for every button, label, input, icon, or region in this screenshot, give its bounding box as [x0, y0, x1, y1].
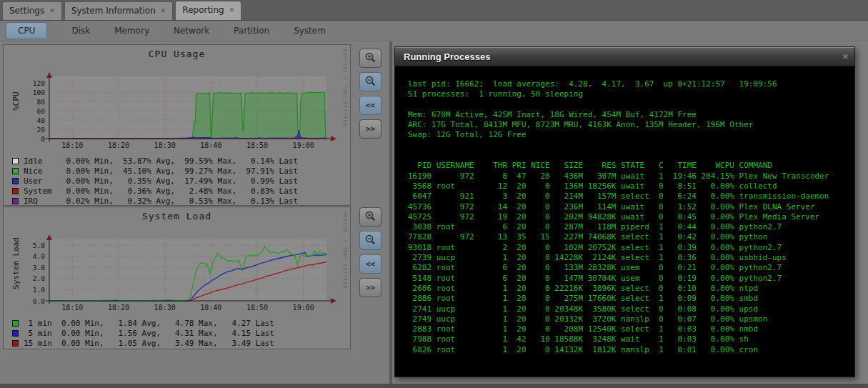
svg-text:19:00: 19:00	[293, 304, 314, 312]
tab-settings[interactable]: Settings✕	[2, 1, 62, 20]
svg-text:18:20: 18:20	[108, 304, 129, 312]
legend-text: 15 min 0.00 Min, 1.05 Avg, 3.49 Max, 3.4…	[24, 339, 274, 348]
tab-bar: Settings✕System Information✕Reporting✕	[0, 0, 868, 21]
magnifier-minus-icon	[364, 75, 376, 89]
screen: Settings✕System Information✕Reporting✕ C…	[0, 0, 868, 388]
cpu-chart: 02040608010012018:1018:2018:3018:4018:50…	[4, 61, 350, 154]
svg-text:40: 40	[37, 116, 46, 124]
subtab-disk[interactable]: Disk	[71, 26, 90, 36]
zoom-in-button[interactable]	[359, 207, 381, 227]
svg-text:2.0: 2.0	[33, 274, 45, 282]
tab-label: System Information	[71, 6, 156, 16]
legend-text: 1 min 0.00 Min, 1.84 Avg, 4.78 Max, 4.27…	[24, 319, 274, 328]
legend-row: System 0.00% Min, 0.36% Avg, 2.48% Max, …	[12, 186, 350, 196]
load-legend: 1 min 0.00 Min, 1.84 Avg, 4.78 Max, 4.27…	[4, 316, 350, 348]
pan-right-button[interactable]: >>	[359, 278, 381, 297]
svg-text:100: 100	[33, 89, 45, 96]
bottom-edge	[0, 384, 868, 388]
tab-system-information[interactable]: System Information✕	[64, 1, 174, 20]
svg-text:18:10: 18:10	[61, 141, 83, 149]
svg-text:1.0: 1.0	[33, 286, 45, 294]
svg-text:19:00: 19:00	[293, 141, 314, 149]
svg-text:4.0: 4.0	[33, 252, 45, 260]
window-close-icon[interactable]: ✕	[842, 52, 849, 61]
tab-close-icon[interactable]: ✕	[161, 8, 166, 14]
legend-swatch	[12, 178, 19, 184]
svg-text:18:10: 18:10	[61, 304, 83, 312]
cpu-usage-panel: CPU UsageRRDTOOL / TOBI OETIKER%CPU02040…	[3, 44, 351, 206]
pan-right-button[interactable]: >>	[359, 119, 381, 139]
subtab-partition[interactable]: Partition	[234, 26, 269, 36]
legend-row: IRQ 0.02% Min, 0.32% Avg, 0.53% Max, 0.1…	[12, 196, 350, 206]
subtab-memory[interactable]: Memory	[114, 26, 149, 36]
svg-text:18:20: 18:20	[108, 141, 129, 149]
legend-text: Idle 0.00% Min, 53.87% Avg, 99.59% Max, …	[24, 156, 298, 166]
window-titlebar[interactable]: Running Processes ✕	[395, 47, 854, 66]
tab-label: Settings	[9, 6, 44, 16]
terminal-output: last pid: 16662; load averages: 4.28, 4.…	[395, 66, 854, 355]
tab-close-icon[interactable]: ✕	[229, 7, 235, 14]
scrollbar[interactable]	[389, 41, 392, 384]
svg-text:3.0: 3.0	[33, 264, 45, 272]
magnifier-minus-icon	[364, 234, 376, 248]
svg-text:18:50: 18:50	[246, 141, 268, 149]
svg-text:20: 20	[37, 126, 46, 134]
legend-swatch	[12, 330, 19, 337]
legend-row: 15 min 0.00 Min, 1.05 Avg, 3.49 Max, 3.4…	[12, 338, 350, 348]
magnifier-plus-icon	[364, 210, 376, 224]
legend-swatch	[12, 320, 19, 327]
load-chart-tools: <<>>	[359, 207, 381, 297]
legend-text: 5 min 0.00 Min, 1.56 Avg, 4.31 Max, 4.15…	[24, 329, 274, 338]
chart-title: CPU Usage	[4, 45, 350, 59]
chart-title: System Load	[4, 207, 350, 222]
svg-text:120: 120	[33, 79, 45, 87]
pan-left-button[interactable]: <<	[359, 254, 381, 274]
svg-text:18:40: 18:40	[200, 141, 221, 149]
load-chart: 0.01.02.03.04.05.018:1018:2018:3018:4018…	[4, 223, 350, 316]
legend-row: Idle 0.00% Min, 53.87% Avg, 99.59% Max, …	[12, 156, 350, 166]
y-axis-label: %CPU	[11, 69, 21, 134]
magnifier-plus-icon	[364, 51, 376, 66]
tab-close-icon[interactable]: ✕	[49, 8, 55, 14]
legend-row: Nice 0.00% Min, 45.10% Avg, 99.27% Max, …	[12, 166, 350, 176]
legend-swatch	[12, 168, 19, 174]
subtab-system[interactable]: System	[294, 26, 326, 36]
cpu-legend: Idle 0.00% Min, 53.87% Avg, 99.59% Max, …	[4, 154, 350, 206]
legend-swatch	[12, 198, 19, 204]
y-axis-label: System Load	[11, 232, 21, 296]
svg-text:18:30: 18:30	[154, 141, 176, 149]
tab-label: Reporting	[182, 5, 224, 15]
rrdtool-watermark: RRDTOOL / TOBI OETIKER	[342, 49, 348, 126]
legend-text: IRQ 0.02% Min, 0.32% Avg, 0.53% Max, 0.1…	[24, 197, 298, 206]
rrdtool-watermark: RRDTOOL / TOBI OETIKER	[342, 212, 348, 289]
running-processes-window: Running Processes ✕ last pid: 16662; loa…	[394, 46, 855, 377]
window-title: Running Processes	[404, 51, 842, 62]
legend-swatch	[12, 340, 19, 347]
legend-swatch	[12, 188, 19, 194]
zoom-out-button[interactable]	[359, 231, 381, 250]
legend-swatch	[12, 158, 19, 164]
legend-row: 1 min 0.00 Min, 1.84 Avg, 4.78 Max, 4.27…	[12, 318, 350, 328]
svg-text:60: 60	[37, 107, 46, 115]
legend-row: 5 min 0.00 Min, 1.56 Avg, 4.31 Max, 4.15…	[12, 328, 350, 338]
zoom-out-button[interactable]	[359, 72, 381, 91]
tab-reporting[interactable]: Reporting✕	[175, 1, 241, 20]
cpu-chart-tools: <<>>	[359, 49, 381, 139]
svg-text:0: 0	[41, 135, 45, 143]
subtab-cpu[interactable]: CPU	[6, 22, 47, 39]
subtab-bar: CPUDiskMemoryNetworkPartitionSystem	[0, 21, 868, 41]
svg-text:18:40: 18:40	[200, 304, 221, 312]
zoom-in-button[interactable]	[359, 49, 381, 68]
svg-text:18:30: 18:30	[154, 304, 176, 312]
legend-row: User 0.00% Min, 0.35% Avg, 17.49% Max, 0…	[12, 176, 350, 186]
legend-text: Nice 0.00% Min, 45.10% Avg, 99.27% Max, …	[24, 166, 298, 176]
svg-text:80: 80	[37, 98, 46, 106]
subtab-network[interactable]: Network	[174, 26, 209, 36]
legend-text: System 0.00% Min, 0.36% Avg, 2.48% Max, …	[24, 186, 298, 196]
pan-left-button[interactable]: <<	[359, 96, 381, 115]
svg-text:5.0: 5.0	[33, 242, 45, 249]
svg-text:0.0: 0.0	[33, 297, 45, 305]
system-load-panel: System LoadRRDTOOL / TOBI OETIKERSystem …	[3, 207, 351, 349]
svg-text:18:50: 18:50	[246, 304, 268, 312]
legend-text: User 0.00% Min, 0.35% Avg, 17.49% Max, 0…	[24, 176, 298, 186]
